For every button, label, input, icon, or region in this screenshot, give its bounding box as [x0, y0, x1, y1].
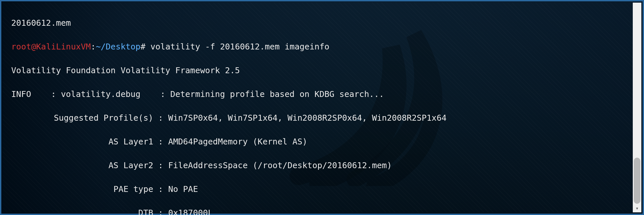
field-label: AS Layer2	[11, 160, 153, 171]
scrollbar[interactable]: ▾	[633, 3, 641, 212]
field-label: DTB	[11, 207, 153, 215]
imageinfo-field: Suggested Profile(s) : Win7SP0x64, Win7S…	[11, 112, 629, 124]
imageinfo-field: AS Layer2 : FileAddressSpace (/root/Desk…	[11, 160, 629, 171]
prompt-line-1: root@KaliLinuxVM:~/Desktop# volatility -…	[11, 41, 629, 53]
field-value: No PAE	[168, 184, 198, 194]
field-label: Suggested Profile(s)	[11, 112, 153, 124]
info-line: INFO : volatility.debug : Determining pr…	[11, 88, 629, 100]
prompt-user: root	[11, 42, 31, 51]
field-label: PAE type	[11, 183, 153, 195]
imageinfo-field: PAE type : No PAE	[11, 183, 629, 195]
field-value: AMD64PagedMemory (Kernel AS)	[168, 137, 307, 146]
scrollbar-down-arrow[interactable]: ▾	[633, 204, 641, 212]
terminal-output[interactable]: 20160612.mem root@KaliLinuxVM:~/Desktop#…	[11, 5, 629, 215]
field-value: FileAddressSpace (/root/Desktop/20160612…	[168, 161, 392, 170]
field-value: 0x187000L	[168, 208, 213, 215]
field-label: AS Layer1	[11, 136, 153, 148]
command-text: volatility -f 20160612.mem imageinfo	[151, 42, 330, 51]
scrollbar-thumb[interactable]	[634, 158, 640, 204]
prompt-path: ~/Desktop	[96, 42, 140, 51]
terminal-window: 20160612.mem root@KaliLinuxVM:~/Desktop#…	[0, 0, 644, 215]
imageinfo-field: AS Layer1 : AMD64PagedMemory (Kernel AS)	[11, 136, 629, 148]
imageinfo-field: DTB : 0x187000L	[11, 207, 629, 215]
field-value: Win7SP0x64, Win7SP1x64, Win2008R2SP0x64,…	[168, 113, 447, 123]
prompt-host: KaliLinuxVM	[36, 42, 91, 51]
previous-output-fragment: 20160612.mem	[11, 17, 629, 29]
volatility-banner: Volatility Foundation Volatility Framewo…	[11, 65, 629, 77]
